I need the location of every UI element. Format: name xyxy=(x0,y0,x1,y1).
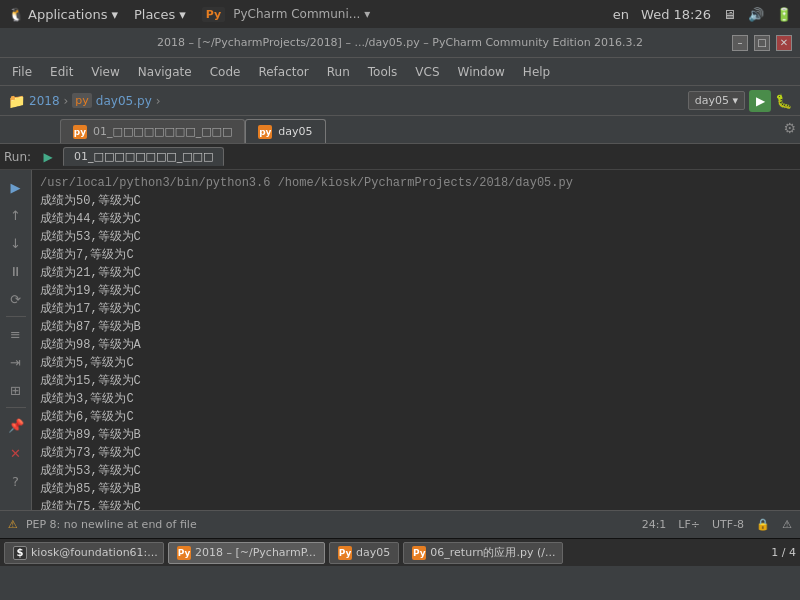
output-line: 成绩为3,等级为C xyxy=(40,390,792,408)
output-content: /usr/local/python3/bin/python3.6 /home/k… xyxy=(32,170,800,510)
taskbar-day05[interactable]: Py day05 xyxy=(329,542,399,564)
window-title: PyCharm Communi... xyxy=(233,7,360,21)
pin-icon[interactable]: 📌 xyxy=(3,412,29,438)
taskbar-pycharm-main-label: 2018 – [~/PycharmP... xyxy=(195,546,316,559)
menu-item-vcs[interactable]: VCS xyxy=(407,63,447,81)
line-separator: LF÷ xyxy=(678,518,700,531)
file-icon: py xyxy=(72,93,92,108)
debug-button[interactable]: 🐛 xyxy=(775,93,792,109)
taskbar-right: 1 / 4 xyxy=(771,546,796,559)
run-selector[interactable]: day05 ▾ xyxy=(688,91,745,110)
delete-icon[interactable]: ✕ xyxy=(3,440,29,466)
output-line: 成绩为5,等级为C xyxy=(40,354,792,372)
applications-icon: 🐧 xyxy=(8,7,24,22)
play-sidebar-icon[interactable]: ▶ xyxy=(3,174,29,200)
lock-icon: 🔒 xyxy=(756,518,770,531)
locale-label: en xyxy=(613,7,629,22)
tab-bar: py 01_□□□□□□□□_□□□ py day05 ⚙ xyxy=(0,116,800,144)
taskbar-terminal-label: kiosk@foundation61:... xyxy=(31,546,158,559)
output-line: 成绩为6,等级为C xyxy=(40,408,792,426)
active-tab-py-icon: py xyxy=(258,125,272,139)
system-bar: 🐧 Applications ▾ Places ▾ Py PyCharm Com… xyxy=(0,0,800,28)
menu-item-code[interactable]: Code xyxy=(202,63,249,81)
output-line: 成绩为44,等级为C xyxy=(40,210,792,228)
taskbar-pycharm-main[interactable]: Py 2018 – [~/PycharmP... xyxy=(168,542,325,564)
down-arrow-icon[interactable]: ↓ xyxy=(3,230,29,256)
taskbar-return[interactable]: Py 06_return的应用.py (/... xyxy=(403,542,563,564)
left-sidebar: ▶ ↑ ↓ ⏸ ⟳ ≡ ⇥ ⊞ 📌 ✕ ? xyxy=(0,170,32,510)
rerun-icon[interactable]: ⟳ xyxy=(3,286,29,312)
output-line: 成绩为73,等级为C xyxy=(40,444,792,462)
run-play-icon[interactable]: ▶ xyxy=(35,144,61,170)
maximize-button[interactable]: □ xyxy=(754,35,770,51)
pycharm-return-icon: Py xyxy=(412,546,426,560)
menu-item-help[interactable]: Help xyxy=(515,63,558,81)
places-label: Places xyxy=(134,7,175,22)
taskbar-day05-label: day05 xyxy=(356,546,390,559)
inactive-tab-label: 01_□□□□□□□□_□□□ xyxy=(93,125,232,138)
window-chevron-icon: ▾ xyxy=(364,7,370,21)
sidebar-separator-1 xyxy=(6,316,26,317)
warning-icon: ⚠ xyxy=(8,518,18,531)
menu-item-refactor[interactable]: Refactor xyxy=(250,63,316,81)
applications-label: Applications xyxy=(28,7,107,22)
menu-item-file[interactable]: File xyxy=(4,63,40,81)
terminal-icon: $ xyxy=(13,546,27,560)
output-line: 成绩为89,等级为B xyxy=(40,426,792,444)
taskbar-pages: 1 / 4 xyxy=(771,546,796,559)
breadcrumb-project[interactable]: 2018 xyxy=(29,94,60,108)
window-title-bar: Py PyCharm Communi... ▾ xyxy=(202,7,370,22)
output-line: 成绩为98,等级为A xyxy=(40,336,792,354)
breadcrumb-bar: 📁 2018 › py day05.py › day05 ▾ ▶ 🐛 xyxy=(0,86,800,116)
list-icon[interactable]: ≡ xyxy=(3,321,29,347)
pycharm-main-icon: Py xyxy=(177,546,191,560)
tab-inactive[interactable]: py 01_□□□□□□□□_□□□ xyxy=(60,119,245,143)
pep-message: PEP 8: no newline at end of file xyxy=(26,518,197,531)
active-tab-label: day05 xyxy=(278,125,312,138)
path-line: /usr/local/python3/bin/python3.6 /home/k… xyxy=(40,174,792,192)
help-icon[interactable]: ? xyxy=(3,468,29,494)
menu-item-tools[interactable]: Tools xyxy=(360,63,406,81)
applications-menu[interactable]: 🐧 Applications ▾ xyxy=(8,7,118,22)
indent-icon[interactable]: ⇥ xyxy=(3,349,29,375)
datetime-label: Wed 18:26 xyxy=(641,7,711,22)
breadcrumb-sep2: › xyxy=(156,94,161,108)
apps-chevron-icon: ▾ xyxy=(111,7,118,22)
filter-icon[interactable]: ⊞ xyxy=(3,377,29,403)
pycharm-day05-icon: Py xyxy=(338,546,352,560)
places-menu[interactable]: Places ▾ xyxy=(134,7,186,22)
menu-item-navigate[interactable]: Navigate xyxy=(130,63,200,81)
volume-icon: 🔊 xyxy=(748,7,764,22)
menu-item-edit[interactable]: Edit xyxy=(42,63,81,81)
run-label-bar: Run: ▶ 01_□□□□□□□□_□□□ xyxy=(0,144,800,170)
pause-icon[interactable]: ⏸ xyxy=(3,258,29,284)
breadcrumb-file[interactable]: day05.py xyxy=(96,94,152,108)
output-line: 成绩为53,等级为C xyxy=(40,228,792,246)
cursor-position: 24:1 xyxy=(642,518,667,531)
menu-bar: FileEditViewNavigateCodeRefactorRunTools… xyxy=(0,58,800,86)
run-selector-label: day05 xyxy=(695,94,729,107)
status-bar: ⚠ PEP 8: no newline at end of file 24:1 … xyxy=(0,510,800,538)
up-arrow-icon[interactable]: ↑ xyxy=(3,202,29,228)
status-right: 24:1 LF÷ UTF-8 🔒 ⚠ xyxy=(642,518,792,531)
output-line: 成绩为15,等级为C xyxy=(40,372,792,390)
menu-item-run[interactable]: Run xyxy=(319,63,358,81)
output-line: 成绩为50,等级为C xyxy=(40,192,792,210)
taskbar-terminal[interactable]: $ kiosk@foundation61:... xyxy=(4,542,164,564)
tab-settings-button[interactable]: ⚙ xyxy=(783,120,796,136)
taskbar: $ kiosk@foundation61:... Py 2018 – [~/Py… xyxy=(0,538,800,566)
battery-icon: 🔋 xyxy=(776,7,792,22)
display-icon: 🖥 xyxy=(723,7,736,22)
minimize-button[interactable]: – xyxy=(732,35,748,51)
encoding-label: UTF-8 xyxy=(712,518,744,531)
play-button[interactable]: ▶ xyxy=(749,90,771,112)
breadcrumb-sep1: › xyxy=(64,94,69,108)
run-tab-label[interactable]: 01_□□□□□□□□_□□□ xyxy=(63,147,224,166)
run-label: Run: xyxy=(4,150,31,164)
menu-item-window[interactable]: Window xyxy=(450,63,513,81)
close-button[interactable]: ✕ xyxy=(776,35,792,51)
menu-item-view[interactable]: View xyxy=(83,63,127,81)
folder-icon: 📁 xyxy=(8,93,25,109)
tab-active[interactable]: py day05 xyxy=(245,119,325,143)
run-controls: day05 ▾ ▶ 🐛 xyxy=(688,90,792,112)
